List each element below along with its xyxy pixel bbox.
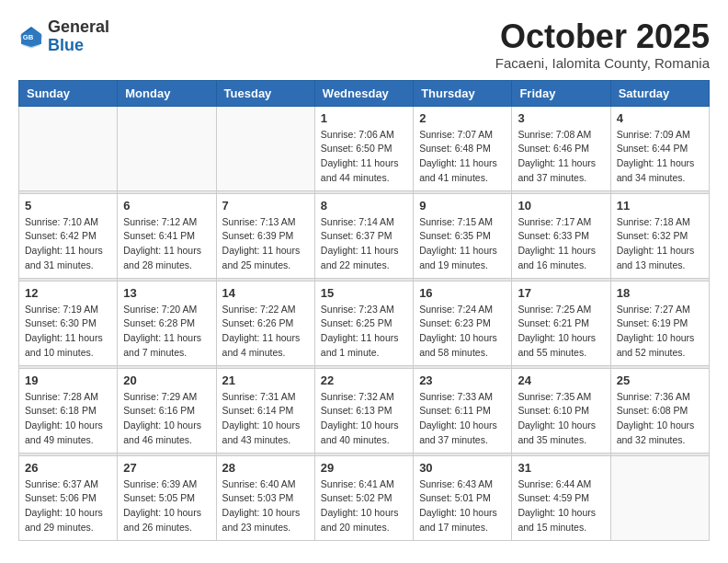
day-number: 21 — [222, 373, 309, 387]
calendar-cell: 14Sunrise: 7:22 AM Sunset: 6:26 PM Dayli… — [216, 281, 314, 365]
calendar-cell: 1Sunrise: 7:06 AM Sunset: 6:50 PM Daylig… — [314, 106, 413, 190]
day-info: Sunrise: 7:15 AM Sunset: 6:35 PM Dayligh… — [419, 215, 506, 273]
day-info: Sunrise: 7:31 AM Sunset: 6:14 PM Dayligh… — [222, 390, 309, 448]
day-info: Sunrise: 7:06 AM Sunset: 6:50 PM Dayligh… — [321, 128, 407, 186]
day-info: Sunrise: 7:07 AM Sunset: 6:48 PM Dayligh… — [419, 128, 506, 186]
logo-text: General Blue — [48, 18, 109, 55]
day-info: Sunrise: 7:27 AM Sunset: 6:19 PM Dayligh… — [617, 303, 703, 361]
day-header-friday: Friday — [512, 80, 610, 106]
day-info: Sunrise: 7:20 AM Sunset: 6:28 PM Dayligh… — [123, 303, 210, 361]
calendar-week-row: 1Sunrise: 7:06 AM Sunset: 6:50 PM Daylig… — [19, 106, 710, 190]
calendar-cell — [19, 106, 118, 190]
day-number: 7 — [222, 199, 309, 213]
logo-blue-text: Blue — [48, 37, 109, 55]
day-header-monday: Monday — [118, 80, 216, 106]
location-subtitle: Facaeni, Ialomita County, Romania — [495, 55, 710, 71]
calendar-cell: 27Sunrise: 6:39 AM Sunset: 5:05 PM Dayli… — [118, 455, 216, 540]
calendar-cell: 10Sunrise: 7:17 AM Sunset: 6:33 PM Dayli… — [512, 193, 610, 278]
day-info: Sunrise: 6:39 AM Sunset: 5:05 PM Dayligh… — [123, 477, 210, 535]
day-info: Sunrise: 7:09 AM Sunset: 6:44 PM Dayligh… — [617, 128, 703, 186]
calendar-cell — [216, 106, 314, 190]
calendar-cell — [610, 455, 709, 540]
day-info: Sunrise: 7:08 AM Sunset: 6:46 PM Dayligh… — [518, 128, 604, 186]
day-info: Sunrise: 7:22 AM Sunset: 6:26 PM Dayligh… — [222, 303, 309, 361]
calendar-cell — [118, 106, 216, 190]
day-number: 9 — [419, 199, 506, 213]
calendar-cell: 5Sunrise: 7:10 AM Sunset: 6:42 PM Daylig… — [19, 193, 118, 278]
day-info: Sunrise: 6:41 AM Sunset: 5:02 PM Dayligh… — [321, 477, 407, 535]
day-number: 23 — [419, 373, 506, 387]
day-info: Sunrise: 7:12 AM Sunset: 6:41 PM Dayligh… — [123, 215, 210, 273]
day-number: 11 — [617, 199, 703, 213]
calendar-cell: 6Sunrise: 7:12 AM Sunset: 6:41 PM Daylig… — [118, 193, 216, 278]
day-number: 15 — [321, 286, 407, 300]
calendar-cell: 4Sunrise: 7:09 AM Sunset: 6:44 PM Daylig… — [610, 106, 709, 190]
calendar-cell: 16Sunrise: 7:24 AM Sunset: 6:23 PM Dayli… — [414, 281, 512, 365]
title-block: October 2025 Facaeni, Ialomita County, R… — [495, 18, 710, 71]
day-number: 24 — [518, 373, 604, 387]
calendar-cell: 23Sunrise: 7:33 AM Sunset: 6:11 PM Dayli… — [414, 368, 512, 453]
calendar-cell: 7Sunrise: 7:13 AM Sunset: 6:39 PM Daylig… — [216, 193, 314, 278]
calendar-header-row: SundayMondayTuesdayWednesdayThursdayFrid… — [19, 80, 710, 106]
day-info: Sunrise: 7:18 AM Sunset: 6:32 PM Dayligh… — [617, 215, 703, 273]
calendar-cell: 12Sunrise: 7:19 AM Sunset: 6:30 PM Dayli… — [19, 281, 118, 365]
calendar-cell: 26Sunrise: 6:37 AM Sunset: 5:06 PM Dayli… — [19, 455, 118, 540]
day-number: 22 — [321, 373, 407, 387]
calendar-cell: 17Sunrise: 7:25 AM Sunset: 6:21 PM Dayli… — [512, 281, 610, 365]
day-number: 19 — [25, 373, 111, 387]
calendar-cell: 15Sunrise: 7:23 AM Sunset: 6:25 PM Dayli… — [314, 281, 413, 365]
calendar-cell: 2Sunrise: 7:07 AM Sunset: 6:48 PM Daylig… — [414, 106, 512, 190]
day-info: Sunrise: 6:37 AM Sunset: 5:06 PM Dayligh… — [25, 477, 111, 535]
calendar-cell: 31Sunrise: 6:44 AM Sunset: 4:59 PM Dayli… — [512, 455, 610, 540]
day-number: 13 — [123, 286, 210, 300]
calendar-cell: 13Sunrise: 7:20 AM Sunset: 6:28 PM Dayli… — [118, 281, 216, 365]
day-number: 25 — [617, 373, 703, 387]
day-info: Sunrise: 7:10 AM Sunset: 6:42 PM Dayligh… — [25, 215, 111, 273]
day-header-tuesday: Tuesday — [216, 80, 314, 106]
day-number: 3 — [518, 111, 604, 125]
page-header: GB General Blue October 2025 Facaeni, Ia… — [18, 18, 710, 71]
day-number: 18 — [617, 286, 703, 300]
day-number: 4 — [617, 111, 703, 125]
calendar-cell: 11Sunrise: 7:18 AM Sunset: 6:32 PM Dayli… — [610, 193, 709, 278]
day-header-saturday: Saturday — [610, 80, 709, 106]
day-number: 6 — [123, 199, 210, 213]
calendar-week-row: 19Sunrise: 7:28 AM Sunset: 6:18 PM Dayli… — [19, 368, 710, 453]
logo-icon: GB — [18, 24, 44, 50]
month-title: October 2025 — [495, 18, 710, 55]
day-number: 30 — [419, 461, 506, 475]
day-header-wednesday: Wednesday — [314, 80, 413, 106]
day-number: 29 — [321, 461, 407, 475]
calendar-cell: 28Sunrise: 6:40 AM Sunset: 5:03 PM Dayli… — [216, 455, 314, 540]
calendar-cell: 9Sunrise: 7:15 AM Sunset: 6:35 PM Daylig… — [414, 193, 512, 278]
day-info: Sunrise: 7:24 AM Sunset: 6:23 PM Dayligh… — [419, 303, 506, 361]
calendar-week-row: 12Sunrise: 7:19 AM Sunset: 6:30 PM Dayli… — [19, 281, 710, 365]
calendar-cell: 22Sunrise: 7:32 AM Sunset: 6:13 PM Dayli… — [314, 368, 413, 453]
calendar-cell: 19Sunrise: 7:28 AM Sunset: 6:18 PM Dayli… — [19, 368, 118, 453]
day-number: 27 — [123, 461, 210, 475]
day-header-thursday: Thursday — [414, 80, 512, 106]
calendar-cell: 3Sunrise: 7:08 AM Sunset: 6:46 PM Daylig… — [512, 106, 610, 190]
day-number: 5 — [25, 199, 111, 213]
day-info: Sunrise: 7:29 AM Sunset: 6:16 PM Dayligh… — [123, 390, 210, 448]
day-info: Sunrise: 6:40 AM Sunset: 5:03 PM Dayligh… — [222, 477, 309, 535]
day-number: 2 — [419, 111, 506, 125]
calendar-table: SundayMondayTuesdayWednesdayThursdayFrid… — [18, 80, 710, 541]
day-info: Sunrise: 7:14 AM Sunset: 6:37 PM Dayligh… — [321, 215, 407, 273]
day-number: 10 — [518, 199, 604, 213]
calendar-cell: 18Sunrise: 7:27 AM Sunset: 6:19 PM Dayli… — [610, 281, 709, 365]
day-info: Sunrise: 7:36 AM Sunset: 6:08 PM Dayligh… — [617, 390, 703, 448]
logo-general-text: General — [48, 18, 109, 37]
calendar-week-row: 26Sunrise: 6:37 AM Sunset: 5:06 PM Dayli… — [19, 455, 710, 540]
calendar-cell: 20Sunrise: 7:29 AM Sunset: 6:16 PM Dayli… — [118, 368, 216, 453]
day-number: 17 — [518, 286, 604, 300]
day-number: 8 — [321, 199, 407, 213]
day-info: Sunrise: 6:44 AM Sunset: 4:59 PM Dayligh… — [518, 477, 604, 535]
day-info: Sunrise: 6:43 AM Sunset: 5:01 PM Dayligh… — [419, 477, 506, 535]
calendar-cell: 21Sunrise: 7:31 AM Sunset: 6:14 PM Dayli… — [216, 368, 314, 453]
day-info: Sunrise: 7:35 AM Sunset: 6:10 PM Dayligh… — [518, 390, 604, 448]
day-number: 14 — [222, 286, 309, 300]
day-number: 20 — [123, 373, 210, 387]
day-info: Sunrise: 7:13 AM Sunset: 6:39 PM Dayligh… — [222, 215, 309, 273]
day-info: Sunrise: 7:28 AM Sunset: 6:18 PM Dayligh… — [25, 390, 111, 448]
